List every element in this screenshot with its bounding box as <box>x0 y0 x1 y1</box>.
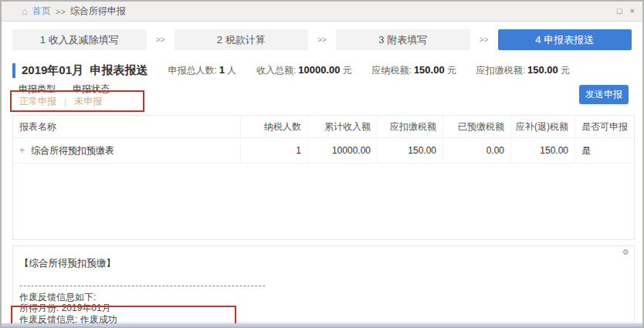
tax-due-cell: 150.00 <box>510 138 575 163</box>
stat-label: 应纳税额: <box>372 65 412 76</box>
app-window: ⌂ 首页 >> 综合所得申报 □ × 1 收入及减除填写 >> 2 税款计算 >… <box>0 0 644 328</box>
stat-label: 收入总额: <box>256 65 296 76</box>
col-taxpayers: 纳税人数 <box>240 116 307 137</box>
stat-value: 150.00 <box>527 64 558 76</box>
maximize-icon[interactable]: □ <box>617 7 622 15</box>
stat-unit: 元 <box>447 65 456 76</box>
filter-tabs: 正常申报 | 未申报 <box>12 92 143 111</box>
stat-tax-withheld: 应扣缴税额:150.00元 <box>476 64 570 77</box>
breadcrumb-home-link[interactable]: 首页 <box>32 5 51 18</box>
withholding-tax-cell: 150.00 <box>377 138 442 163</box>
home-icon: ⌂ <box>22 5 28 17</box>
col-report-name: 报表名称 <box>13 116 240 137</box>
tab-normal-declare[interactable]: 正常申报 <box>12 95 64 108</box>
window-controls: □ × <box>617 7 635 15</box>
breadcrumb-current: 综合所得申报 <box>70 5 126 18</box>
stat-total-people: 申报总人数:1人 <box>168 64 236 77</box>
step-separator: >> <box>470 36 498 44</box>
feedback-divider-dashes: ----------------------------------------… <box>19 280 266 291</box>
stat-tax-payable: 应纳税额:150.00元 <box>372 64 456 77</box>
stat-unit: 元 <box>561 65 570 76</box>
summary-bar: 2019年01月 申报表报送 申报总人数:1人 收入总额:10000.00元 应… <box>12 62 632 79</box>
report-name-cell: + 综合所得预扣预缴表 <box>13 138 240 163</box>
col-total-income: 累计收入额 <box>307 116 377 137</box>
step-4-submit[interactable]: 4 申报表报送 <box>498 29 632 50</box>
can-declare-cell: 是 <box>575 138 634 163</box>
step-1-income[interactable]: 1 收入及减除填写 <box>12 29 147 50</box>
step-3-schedule[interactable]: 3 附表填写 <box>336 29 470 50</box>
breadcrumb-bar: ⌂ 首页 >> 综合所得申报 □ × <box>2 2 642 22</box>
table-header-row: 报表名称 纳税人数 累计收入额 应扣缴税额 已预缴税额 应补(退)税额 是否可申… <box>13 116 634 138</box>
col-can-declare: 是否可申报 <box>575 116 634 137</box>
stat-unit: 元 <box>343 65 352 76</box>
stat-label: 应扣缴税额: <box>476 65 525 76</box>
report-name: 综合所得预扣预缴表 <box>31 144 114 157</box>
col-tax-due: 应补(退)税额 <box>510 116 575 137</box>
stat-total-income: 收入总额:10000.00元 <box>256 64 352 77</box>
stat-value: 10000.00 <box>298 64 340 76</box>
stat-unit: 人 <box>227 65 236 76</box>
tab-not-declared[interactable]: 未申报 <box>66 95 110 108</box>
col-withholding-tax: 应扣缴税额 <box>377 116 442 137</box>
stat-value: 1 <box>219 64 225 76</box>
report-table: 报表名称 纳税人数 累计收入额 应扣缴税额 已预缴税额 应补(退)税额 是否可申… <box>12 115 635 240</box>
stat-label: 申报总人数: <box>168 65 216 76</box>
taxpayers-cell: 1 <box>240 138 307 163</box>
step-separator: >> <box>308 36 336 44</box>
breadcrumb-separator: >> <box>56 7 66 16</box>
stat-value: 150.00 <box>414 64 445 76</box>
step-2-tax-calc[interactable]: 2 税款计算 <box>175 29 309 50</box>
close-icon[interactable]: × <box>630 7 635 15</box>
bottom-edge-strip <box>2 323 642 326</box>
feedback-panel: ⚙ 【综合所得预扣预缴】 ---------------------------… <box>12 245 635 323</box>
send-declaration-button[interactable]: 发送申报 <box>579 85 629 104</box>
table-row[interactable]: + 综合所得预扣预缴表 1 10000.00 150.00 0.00 150.0… <box>13 138 634 164</box>
col-prepaid-tax: 已预缴税额 <box>442 116 510 137</box>
step-wizard: 1 收入及减除填写 >> 2 税款计算 >> 3 附表填写 >> 4 申报表报送 <box>12 29 632 50</box>
panel-corner-icon[interactable]: ⚙ <box>622 248 629 256</box>
expand-icon[interactable]: + <box>19 145 25 156</box>
step-separator: >> <box>147 36 175 44</box>
feedback-title: 【综合所得预扣预缴】 <box>19 257 116 270</box>
prepaid-tax-cell: 0.00 <box>442 138 510 163</box>
page-title: 2019年01月 申报表报送 <box>12 63 147 78</box>
total-income-cell: 10000.00 <box>307 138 377 163</box>
